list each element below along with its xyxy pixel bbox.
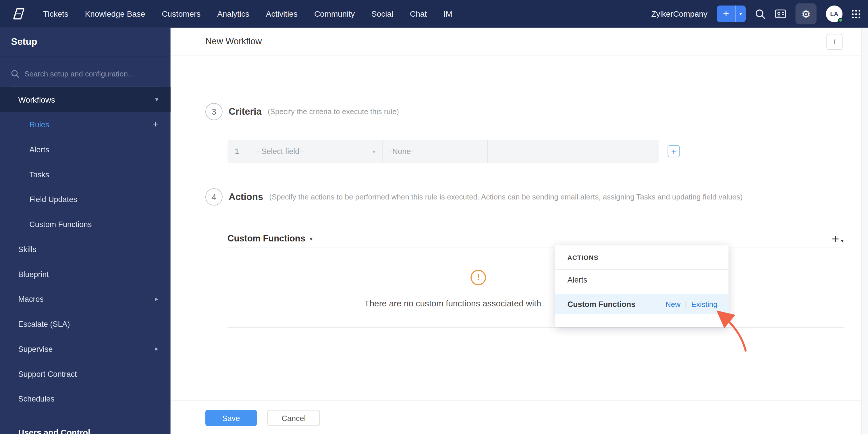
page-title: New Workflow	[205, 36, 262, 46]
quick-add-button[interactable]: + ▾	[717, 5, 746, 22]
info-icon[interactable]: i	[826, 34, 842, 50]
sidebar-title: Setup	[0, 28, 170, 56]
nav-community[interactable]: Community	[314, 9, 355, 19]
criteria-title: Criteria	[229, 106, 262, 117]
settings-gear-button[interactable]: ⚙	[796, 3, 816, 24]
add-rule-icon[interactable]: +	[153, 119, 158, 130]
step-number-badge: 4	[205, 188, 223, 205]
dropdown-item-label: Custom Functions	[567, 300, 636, 309]
nav-im[interactable]: IM	[443, 9, 453, 19]
top-nav: Tickets Knowledge Base Customers Analyti…	[0, 0, 868, 28]
step-number-badge: 3	[205, 103, 223, 120]
top-nav-right: ZylkerCompany + ▾	[651, 3, 868, 24]
app-window: Tickets Knowledge Base Customers Analyti…	[0, 0, 868, 434]
search-icon[interactable]	[755, 9, 766, 19]
nav-activities[interactable]: Activities	[266, 9, 298, 19]
section-divider	[227, 248, 844, 248]
nav-chat[interactable]: Chat	[410, 9, 427, 19]
chevron-down-icon[interactable]: ▾	[310, 236, 312, 242]
save-button[interactable]: Save	[205, 410, 257, 426]
sidebar-item-label: Escalate (SLA)	[19, 319, 70, 328]
existing-link[interactable]: Existing	[691, 300, 717, 309]
app-logo-icon[interactable]	[9, 4, 28, 23]
nav-analytics[interactable]: Analytics	[217, 9, 249, 19]
apps-grid-icon[interactable]	[852, 10, 860, 18]
sidebar-item-supervise[interactable]: Supervise ▸	[0, 336, 170, 361]
setup-search-input[interactable]	[24, 70, 159, 78]
sidebar-item-label: Macros	[19, 294, 44, 303]
sidebar-menu: Workflows ▾ Rules + Alerts Tasks Field U…	[0, 87, 170, 434]
search-glyph	[755, 9, 766, 19]
top-nav-items: Tickets Knowledge Base Customers Analyti…	[43, 9, 453, 19]
nav-knowledge-base[interactable]: Knowledge Base	[85, 9, 145, 19]
sidebar-item-blueprint[interactable]: Blueprint	[0, 262, 170, 287]
main-content: New Workflow i 3 Criteria (Specify the c…	[170, 28, 868, 434]
sidebar-section-users-and-control[interactable]: Users and Control	[0, 420, 170, 434]
actions-title: Actions	[229, 192, 263, 203]
workflow-header: New Workflow i	[170, 28, 861, 55]
add-criteria-button[interactable]: +	[668, 145, 680, 157]
dropdown-item-links: New | Existing	[665, 300, 717, 309]
user-avatar[interactable]: LA	[826, 5, 843, 22]
chevron-down-icon[interactable]: ▾	[735, 5, 746, 22]
chevron-down-icon: ▾	[155, 96, 159, 103]
select-value: -None-	[390, 147, 413, 156]
vertical-scrollbar[interactable]	[861, 28, 868, 434]
chevron-down-icon: ▾	[841, 237, 844, 243]
cancel-button[interactable]: Cancel	[268, 410, 320, 426]
nav-tickets[interactable]: Tickets	[43, 9, 68, 19]
sidebar-item-workflows[interactable]: Workflows ▾	[0, 87, 170, 112]
criteria-operator-select[interactable]: -None-	[382, 140, 487, 163]
select-value: --Select field--	[256, 147, 305, 156]
chevron-right-icon: ▸	[155, 345, 159, 352]
pipe-separator: |	[685, 300, 687, 309]
sidebar-item-label: Alerts	[29, 145, 49, 154]
contact-card-glyph	[775, 9, 786, 19]
plus-icon: +	[717, 5, 735, 22]
sidebar-item-tasks[interactable]: Tasks	[0, 162, 170, 187]
setup-sidebar: Setup Workflows ▾ Rules + Alerts Tasks	[0, 28, 170, 434]
dropdown-item-custom-functions[interactable]: Custom Functions New | Existing	[555, 294, 728, 314]
sidebar-item-skills[interactable]: Skills	[0, 236, 170, 262]
grid-glyph	[852, 10, 860, 18]
sidebar-item-label: Support Contract	[19, 369, 77, 378]
sidebar-item-rules[interactable]: Rules +	[0, 112, 170, 137]
actions-dropdown-panel: ACTIONS Alerts Custom Functions New | Ex…	[555, 245, 728, 327]
criteria-value-input[interactable]	[487, 140, 659, 163]
sidebar-item-label: Field Updates	[29, 195, 77, 203]
custom-functions-title[interactable]: Custom Functions	[227, 234, 305, 244]
actions-step-header: 4 Actions (Specify the actions to be per…	[205, 188, 743, 205]
dropdown-item-alerts[interactable]: Alerts	[555, 270, 728, 290]
section-divider	[227, 327, 844, 328]
sidebar-item-alerts[interactable]: Alerts	[0, 137, 170, 162]
warning-icon: !	[470, 270, 486, 285]
setup-search	[11, 62, 160, 87]
nav-customers[interactable]: Customers	[162, 9, 200, 19]
new-link[interactable]: New	[665, 300, 680, 309]
chevron-down-icon: ▾	[373, 148, 375, 154]
sidebar-item-field-updates[interactable]: Field Updates	[0, 187, 170, 212]
sidebar-item-label: Skills	[19, 244, 36, 254]
sidebar-item-label: Supervise	[19, 344, 53, 353]
online-status-dot	[838, 18, 843, 23]
criteria-field-select[interactable]: --Select field-- ▾	[249, 140, 382, 163]
search-icon	[11, 70, 20, 78]
company-name[interactable]: ZylkerCompany	[651, 9, 707, 19]
nav-social[interactable]: Social	[371, 9, 393, 19]
add-action-button[interactable]: + ▾	[832, 233, 844, 245]
sidebar-item-support-contract[interactable]: Support Contract	[0, 361, 170, 386]
avatar-initials: LA	[830, 11, 838, 17]
sidebar-item-escalate-sla[interactable]: Escalate (SLA)	[0, 311, 170, 336]
sidebar-item-label: Custom Functions	[29, 220, 92, 229]
dropdown-header: ACTIONS	[555, 245, 728, 270]
criteria-row-number: 1	[227, 140, 249, 163]
chevron-right-icon: ▸	[155, 295, 159, 302]
dropdown-item-label: Alerts	[567, 276, 587, 284]
criteria-step-header: 3 Criteria (Specify the criteria to exec…	[205, 103, 399, 120]
sidebar-item-custom-functions[interactable]: Custom Functions	[0, 211, 170, 236]
sidebar-item-schedules[interactable]: Schedules	[0, 386, 170, 411]
sidebar-item-macros[interactable]: Macros ▸	[0, 286, 170, 311]
contact-card-icon[interactable]	[775, 9, 786, 19]
plus-icon: +	[832, 233, 839, 245]
sidebar-item-label: Tasks	[29, 170, 49, 179]
